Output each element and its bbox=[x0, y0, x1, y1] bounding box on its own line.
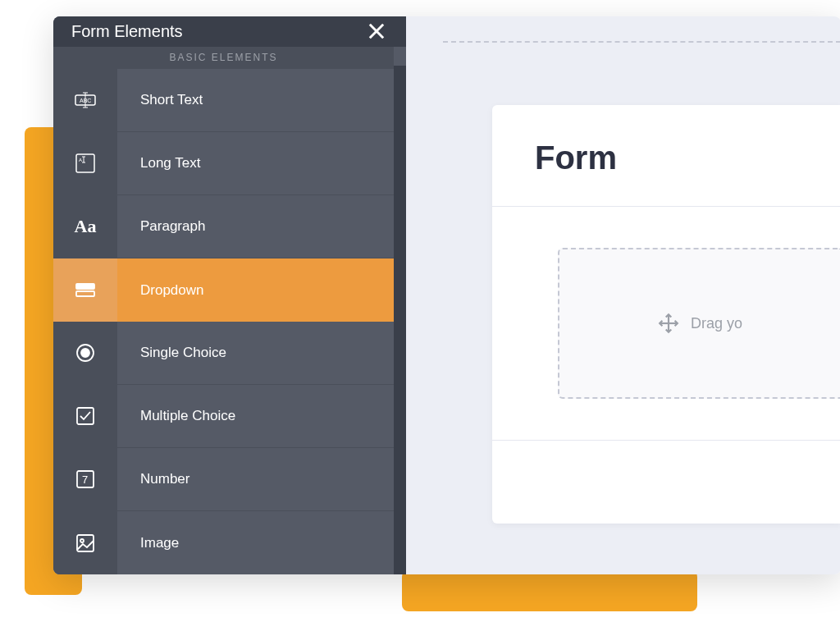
short-text-icon: ABC bbox=[74, 89, 97, 112]
sidebar-scrollbar[interactable] bbox=[394, 66, 406, 574]
svg-rect-16 bbox=[77, 408, 94, 424]
element-item-paragraph[interactable]: Aa Paragraph bbox=[53, 195, 394, 258]
sidebar-header: Form Elements bbox=[53, 16, 406, 47]
element-item-image[interactable]: Image bbox=[53, 511, 394, 574]
form-card: Form Drag yo bbox=[492, 105, 840, 524]
section-header-basic: BASIC ELEMENTS bbox=[53, 47, 394, 69]
element-label: Short Text bbox=[117, 92, 203, 108]
number-icon: 7 bbox=[74, 468, 97, 491]
drop-zone-hint: Drag yo bbox=[691, 315, 742, 332]
element-item-long-text[interactable]: A Long Text bbox=[53, 132, 394, 195]
element-item-single-choice[interactable]: Single Choice bbox=[53, 322, 394, 385]
element-icon-cell bbox=[53, 385, 117, 447]
form-body: Drag yo bbox=[492, 207, 840, 440]
element-label: Image bbox=[117, 535, 179, 551]
element-icon-cell bbox=[53, 258, 117, 322]
element-label: Paragraph bbox=[117, 218, 205, 235]
svg-rect-12 bbox=[76, 284, 94, 289]
element-icon-cell: Aa bbox=[53, 195, 117, 258]
element-icon-cell: A bbox=[53, 132, 117, 194]
close-icon bbox=[365, 20, 388, 43]
element-item-multiple-choice[interactable]: Multiple Choice bbox=[53, 385, 394, 448]
radio-icon bbox=[74, 341, 97, 364]
element-label: Long Text bbox=[117, 155, 200, 172]
element-list: ABC Short Text A bbox=[53, 69, 394, 574]
close-button[interactable] bbox=[365, 20, 388, 43]
element-label: Multiple Choice bbox=[117, 408, 235, 424]
element-label: Dropdown bbox=[117, 282, 204, 299]
svg-rect-13 bbox=[76, 291, 94, 296]
element-icon-cell: ABC bbox=[53, 69, 117, 131]
drop-zone[interactable]: Drag yo bbox=[558, 248, 840, 399]
element-icon-cell bbox=[53, 322, 117, 384]
element-item-short-text[interactable]: ABC Short Text bbox=[53, 69, 394, 132]
form-title-area[interactable]: Form bbox=[492, 105, 840, 207]
svg-point-20 bbox=[80, 539, 84, 542]
checkbox-icon bbox=[74, 405, 97, 428]
image-icon bbox=[74, 532, 97, 555]
element-item-number[interactable]: 7 Number bbox=[53, 448, 394, 511]
form-footer-divider bbox=[492, 440, 840, 441]
svg-point-15 bbox=[81, 349, 89, 357]
element-icon-cell: 7 bbox=[53, 448, 117, 510]
svg-text:A: A bbox=[79, 158, 82, 162]
form-builder-window: Form Elements BASIC ELEMENTS ABC bbox=[53, 16, 840, 574]
form-title: Form bbox=[535, 139, 798, 176]
form-canvas: Form Drag yo bbox=[406, 16, 840, 574]
decorative-accent-bottom bbox=[402, 570, 697, 611]
dropdown-icon bbox=[74, 279, 97, 302]
sidebar-title: Form Elements bbox=[71, 22, 183, 41]
element-item-dropdown[interactable]: Dropdown bbox=[53, 258, 394, 322]
element-label: Number bbox=[117, 471, 189, 487]
move-icon bbox=[658, 313, 679, 334]
paragraph-icon: Aa bbox=[75, 216, 97, 237]
element-icon-cell bbox=[53, 511, 117, 574]
elements-sidebar: Form Elements BASIC ELEMENTS ABC bbox=[53, 16, 406, 574]
svg-text:7: 7 bbox=[82, 473, 88, 486]
canvas-divider bbox=[443, 41, 840, 43]
long-text-icon: A bbox=[74, 152, 97, 175]
element-label: Single Choice bbox=[117, 345, 226, 361]
